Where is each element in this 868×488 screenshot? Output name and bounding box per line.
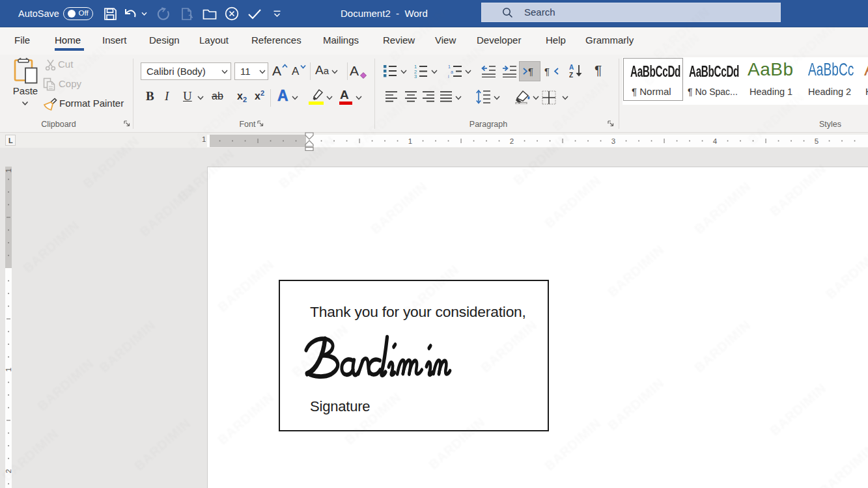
svg-text:i: i <box>448 74 449 78</box>
svg-text:1: 1 <box>5 368 12 372</box>
svg-text:3: 3 <box>611 137 615 145</box>
svg-text:A: A <box>569 64 574 71</box>
svg-text:4: 4 <box>713 137 718 145</box>
svg-text:5: 5 <box>815 137 819 145</box>
svg-text:2: 2 <box>510 137 514 145</box>
svg-text:a: a <box>451 70 453 74</box>
svg-text:¶: ¶ <box>544 66 550 77</box>
svg-text:1: 1 <box>5 169 12 172</box>
svg-text:3: 3 <box>414 74 417 78</box>
svg-text:1: 1 <box>448 64 451 69</box>
svg-text:Z: Z <box>569 72 573 79</box>
svg-text:¶: ¶ <box>528 66 533 77</box>
svg-text:1: 1 <box>408 137 412 145</box>
svg-text:2: 2 <box>5 469 12 473</box>
